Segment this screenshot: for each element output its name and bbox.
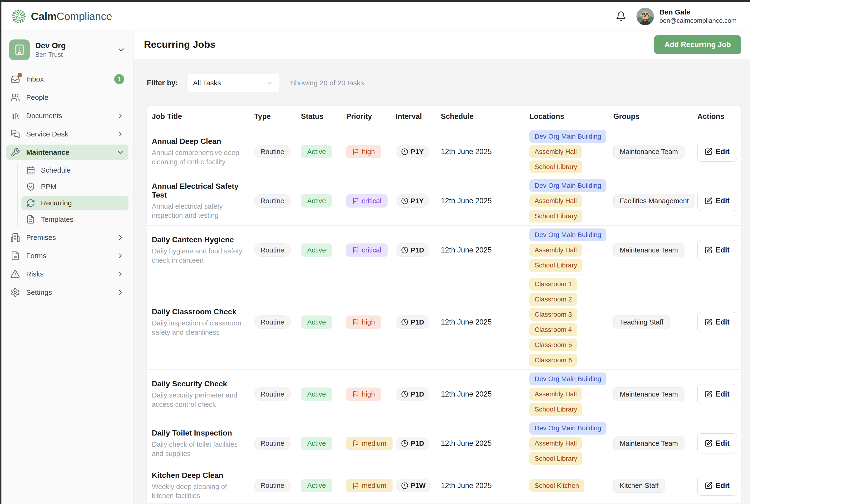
edit-button[interactable]: Edit [697,312,737,332]
status-badge: Active [301,194,332,208]
interval-badge: P1D [396,316,430,329]
clock-icon [401,247,408,254]
interval-badge: P1D [396,243,430,257]
sidebar-item-label: Settings [26,288,52,296]
locations-cell: Dev Org Main BuildingAssembly HallSchool… [529,373,613,416]
location-chip: Dev Org Main Building [529,130,607,143]
priority-badge: medium [346,437,392,450]
building-icon [13,44,26,56]
top-bar: CalmCompliance [1,2,750,31]
status-badge: Active [301,437,332,450]
job-description: Daily check of toilet facilities and sup… [152,440,249,458]
brand: CalmCompliance [10,8,112,25]
sidebar-item-maintenance[interactable]: Maintenance [6,145,129,160]
edit-button[interactable]: Edit [697,433,737,454]
location-chip: Dev Org Main Building [529,228,607,241]
user-email: ben@calmcompliance.com [659,17,736,24]
schedule-date: 12th June 2025 [441,481,529,490]
table-body: Annual Deep CleanAnnual comprehensive de… [147,127,741,504]
location-chip: Classroom 3 [529,308,577,321]
flag-icon [352,247,359,253]
interval-badge: P1D [396,388,430,401]
location-chip: School Library [529,452,582,465]
column-header-priority: Priority [346,112,396,121]
status-badge: Active [301,388,332,401]
location-chip: Classroom 4 [529,323,577,336]
sidebar-item-label: Inbox [26,75,44,83]
documents-icon [10,111,20,121]
add-recurring-job-button[interactable]: Add Recurring Job [654,35,741,54]
locations-cell: Dev Org Main BuildingAssembly HallSchool… [529,130,613,173]
type-badge: Routine [254,316,291,329]
brand-name: CalmCompliance [31,10,112,23]
user-name: Ben Gale [659,8,736,16]
org-switcher[interactable]: Dev Org Ben Trust [6,36,129,64]
job-description: Daily security perimeter and access cont… [152,391,249,409]
page-content: Filter by: All Tasks Showing 20 of 20 ta… [133,59,750,504]
sidebar-item-templates[interactable]: Templates [21,212,129,227]
user-menu[interactable]: Ben Gale ben@calmcompliance.com [636,8,736,25]
location-chip: Classroom 6 [529,354,577,367]
edit-button[interactable]: Edit [697,240,737,260]
sidebar-item-label: Schedule [41,166,71,174]
sidebar-item-premises[interactable]: Premises [6,230,129,245]
group-chip: Kitchen Staff [613,479,665,493]
type-badge: Routine [254,243,291,257]
job-title: Daily Canteen Hygiene [152,236,254,244]
sidebar-nav: Inbox1PeopleDocumentsService DeskMainten… [6,71,129,300]
recurring-jobs-table: Job TitleTypeStatusPriorityIntervalSched… [147,105,741,504]
sidebar-item-recurring[interactable]: Recurring [21,196,129,210]
type-badge: Routine [254,388,291,401]
sidebar-item-inbox[interactable]: Inbox1 [6,71,129,87]
locations-cell: Dev Org Main BuildingAssembly HallSchool… [529,179,613,222]
chevron-right-icon [116,112,124,119]
edit-icon [705,148,712,156]
chevron-right-icon [116,289,124,296]
sidebar-item-schedule[interactable]: Schedule [21,163,129,177]
results-summary: Showing 20 of 20 tasks [290,79,364,87]
schedule-date: 12th June 2025 [441,246,529,254]
org-name: Dev Org [35,41,66,50]
risks-icon [10,270,20,279]
groups-cell: Maintenance Team [613,243,697,257]
edit-button[interactable]: Edit [697,191,737,211]
sidebar-item-service-desk[interactable]: Service Desk [6,126,129,142]
sidebar-item-people[interactable]: People [6,90,129,105]
edit-button[interactable]: Edit [697,476,737,496]
column-header-status: Status [301,112,346,121]
column-header-actions: Actions [697,112,736,121]
bell-icon [615,11,626,22]
column-header-job-title: Job Title [152,112,254,121]
edit-button[interactable]: Edit [697,142,737,162]
sidebar-item-ppm[interactable]: PPM [21,179,129,194]
job-title: Annual Deep Clean [152,137,254,146]
task-filter-select[interactable]: All Tasks [187,74,280,92]
interval-badge: P1Y [396,194,429,208]
schedule-icon [26,166,35,175]
location-chip: Classroom 5 [529,339,577,351]
schedule-date: 12th June 2025 [441,439,529,448]
actions-cell: Edit [697,142,737,162]
location-chip: Dev Org Main Building [529,422,607,435]
table-row: Daily Toilet InspectionDaily check of to… [147,419,741,468]
job-cell: Annual Deep CleanAnnual comprehensive de… [152,137,254,167]
sidebar-item-forms[interactable]: Forms [6,248,129,264]
actions-cell: Edit [697,312,737,332]
sidebar-item-risks[interactable]: Risks [6,266,129,282]
sidebar-item-label: Premises [26,233,56,242]
flag-icon [352,391,359,398]
edit-button[interactable]: Edit [697,384,737,404]
job-title: Annual Electrical Safety Test [152,182,254,199]
location-chip: Classroom 2 [529,293,577,306]
page-title: Recurring Jobs [144,39,215,50]
location-chip: Assembly Hall [529,244,582,256]
actions-cell: Edit [697,191,737,211]
priority-badge: critical [346,243,388,257]
notifications-button[interactable] [615,11,626,22]
sidebar-item-settings[interactable]: Settings [6,285,129,300]
priority-badge: medium [346,479,392,492]
org-subtitle: Ben Trust [35,51,66,58]
sidebar-item-documents[interactable]: Documents [6,108,129,124]
chevron-down-icon [117,46,126,54]
table-row: Daily Canteen HygieneDaily hygiene and f… [147,226,741,275]
